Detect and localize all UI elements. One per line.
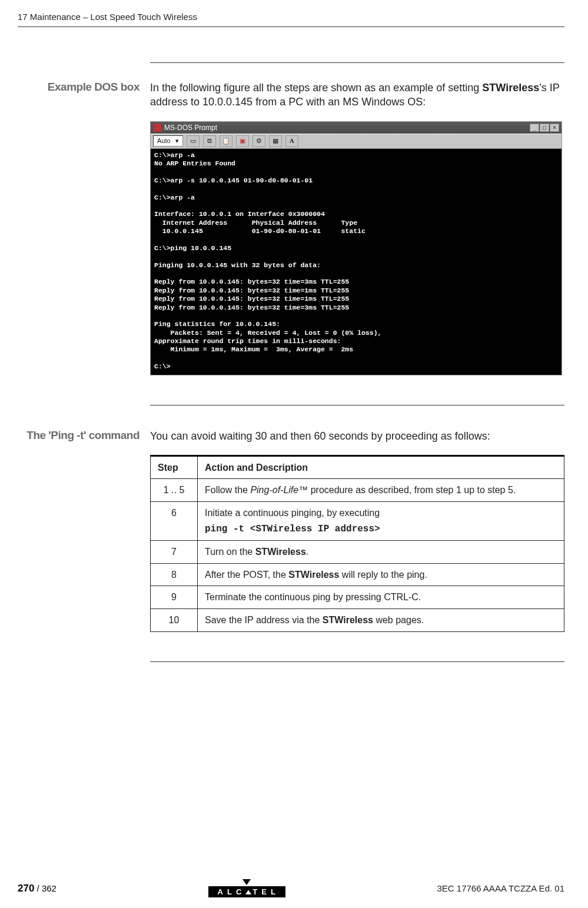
intro-text-dos: In the following figure all the steps ar… [150,81,564,109]
step-cell: 1 .. 5 [151,479,198,502]
section-ping-t: The 'Ping -t' command You can avoid wait… [18,429,564,632]
action-text: procedure as described, from step 1 up t… [308,485,516,495]
intro-text-ping: You can avoid waiting 30 and then 60 sec… [150,429,564,443]
separator [150,661,564,662]
separator [150,405,564,405]
intro-1: In the following figure all the steps ar… [150,82,482,94]
page-footer: 270 / 362 ALCTEL 3EC 17766 AAAA TCZZA Ed… [18,879,564,897]
action-cell: Terminate the continuous ping by pressin… [198,586,564,609]
action-cell: Save the IP address via the STWireless w… [198,608,564,631]
table-row: 8 After the POST, the STWireless will re… [151,563,564,586]
th-action: Action and Description [198,455,564,479]
action-cell: Turn on the STWireless. [198,541,564,564]
action-text: Initiate a continuous pinging, by execut… [205,508,380,518]
page-num-bold: 270 [18,883,34,894]
dos-terminal-output: C:\>arp -a No ARP Entries Found C:\>arp … [151,149,562,375]
dos-title-area: MS-DOS Prompt [153,123,217,132]
toolbar-btn-props[interactable]: ⚙ [253,135,265,147]
command-text: ping -t <STWireless IP address> [205,523,557,536]
action-text: After the POST, the [205,570,288,580]
toolbar-btn-full[interactable]: ▣ [236,135,249,147]
step-cell: 9 [151,586,198,609]
toolbar-btn-copy[interactable]: ⧉ [203,135,216,147]
table-row: 1 .. 5 Follow the Ping-of-Life™ procedur… [151,479,564,502]
logo-text: ALCTEL [208,886,285,897]
alcatel-logo: ALCTEL [208,879,285,897]
toolbar-btn-bg[interactable]: ▦ [269,135,282,147]
action-text: . [306,547,308,557]
page-number: 270 / 362 [18,883,57,894]
action-bold: STWireless [323,615,373,625]
section-title-ping: The 'Ping -t' command [18,429,150,632]
dos-dropdown-value: Auto [157,137,171,145]
toolbar-btn-1[interactable]: ▭ [187,135,200,147]
dos-window-controls: _ □ × [530,124,559,132]
step-cell: 10 [151,608,198,631]
intro-bold: STWireless [482,82,539,94]
page-header: 17 Maintenance – Lost Speed Touch Wirele… [18,12,564,27]
action-cell: Follow the Ping-of-Life™ procedure as de… [198,479,564,502]
toolbar-btn-font[interactable]: A [285,135,298,147]
step-cell: 7 [151,541,198,564]
table-row: 7 Turn on the STWireless. [151,541,564,564]
step-cell: 6 [151,502,198,541]
table-row: 6 Initiate a continuous pinging, by exec… [151,502,564,541]
action-text: Follow the [205,485,250,495]
section-title-dos: Example DOS box [18,81,150,375]
action-em: Ping-of-Life™ [250,485,308,495]
maximize-button[interactable]: □ [540,124,549,132]
dos-title-text: MS-DOS Prompt [164,123,217,132]
th-step: Step [151,455,198,479]
action-text: Save the IP address via the [205,615,323,625]
logo-a-triangle-icon [245,890,251,894]
section-example-dos: Example DOS box In the following figure … [18,81,564,375]
table-row: 10 Save the IP address via the STWireles… [151,608,564,631]
action-cell: After the POST, the STWireless will repl… [198,563,564,586]
page-num-rest: / 362 [34,883,57,893]
table-row: 9 Terminate the continuous ping by press… [151,586,564,609]
action-text: will reply to the ping. [339,570,427,580]
dos-toolbar: Auto▾ ▭ ⧉ 📋 ▣ ⚙ ▦ A [151,134,562,149]
document-id: 3EC 17766 AAAA TCZZA Ed. 01 [437,883,564,893]
separator [150,62,564,63]
action-bold: STWireless [255,547,306,557]
close-button[interactable]: × [550,124,559,132]
logo-triangle-icon [242,879,251,885]
dos-titlebar: MS-DOS Prompt _ □ × [151,122,562,134]
action-bold: STWireless [288,570,339,580]
chevron-down-icon: ▾ [175,137,179,145]
action-text: Turn on the [205,547,255,557]
minimize-button[interactable]: _ [530,124,539,132]
steps-table: Step Action and Description 1 .. 5 Follo… [150,455,564,632]
dos-window: MS-DOS Prompt _ □ × Auto▾ ▭ ⧉ 📋 ▣ ⚙ ▦ A [150,121,562,375]
action-cell: Initiate a continuous pinging, by execut… [198,502,564,541]
dos-title-icon [153,124,161,132]
action-text: web pages. [373,615,424,625]
dos-font-dropdown[interactable]: Auto▾ [153,135,183,147]
toolbar-btn-paste[interactable]: 📋 [220,135,232,147]
step-cell: 8 [151,563,198,586]
